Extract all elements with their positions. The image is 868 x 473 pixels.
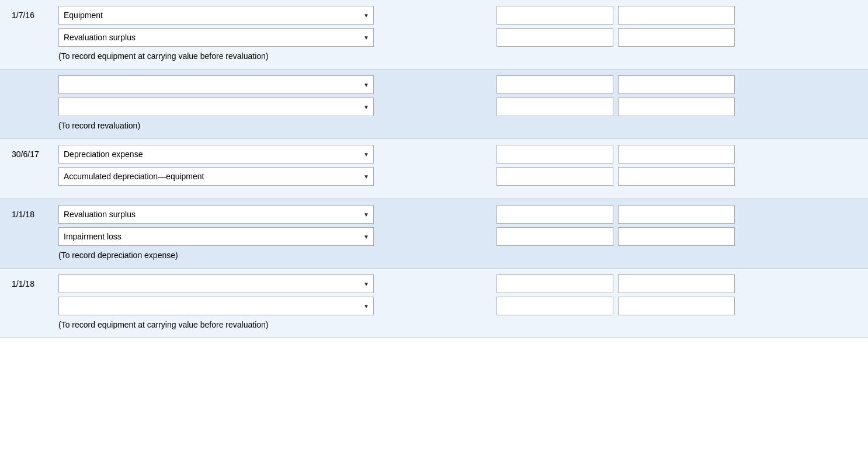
amount-inputs-1-1 — [497, 6, 735, 25]
entry-row-3-2: Accumulated depreciation—equipment Equip… — [58, 167, 856, 186]
debit-input-3-1[interactable] — [497, 145, 613, 164]
credit-input-5-2[interactable] — [618, 297, 735, 315]
amount-inputs-5-1 — [497, 274, 735, 293]
debit-input-3-2[interactable] — [497, 167, 613, 186]
entry-row-2-2: Equipment Revaluation surplus Depreciati… — [58, 98, 856, 116]
amount-inputs-3-2 — [497, 167, 735, 186]
amount-inputs-2-1 — [497, 75, 735, 94]
entry-row-1-2: Revaluation surplus Equipment Depreciati… — [58, 28, 856, 47]
date-2 — [12, 75, 58, 80]
note-1: (To record equipment at carrying value b… — [58, 50, 856, 63]
debit-input-5-2[interactable] — [497, 297, 613, 315]
entry-row-3-1: Depreciation expense Equipment Revaluati… — [58, 145, 856, 164]
journal-section-2: Equipment Revaluation surplus Depreciati… — [0, 69, 868, 139]
account-select-3-2[interactable]: Accumulated depreciation—equipment Equip… — [58, 167, 374, 186]
credit-input-2-2[interactable] — [618, 98, 735, 116]
journal-section-1: 1/7/16 Equipment Revaluation surplus Dep… — [0, 0, 868, 69]
account-select-2-2[interactable]: Equipment Revaluation surplus Depreciati… — [58, 98, 374, 116]
credit-input-2-1[interactable] — [618, 75, 735, 94]
debit-input-5-1[interactable] — [497, 274, 613, 293]
entry-row-4-2: Impairment loss Equipment Revaluation su… — [58, 227, 856, 246]
debit-input-1-1[interactable] — [497, 6, 613, 25]
amount-inputs-4-1 — [497, 205, 735, 224]
note-4: (To record depreciation expense) — [58, 249, 856, 262]
credit-input-5-1[interactable] — [618, 274, 735, 293]
entries-col-5: Equipment Revaluation surplus Depreciati… — [58, 274, 856, 332]
debit-input-4-1[interactable] — [497, 205, 613, 224]
account-select-wrapper-5-2: Equipment Revaluation surplus Depreciati… — [58, 297, 374, 315]
entries-col-3: Depreciation expense Equipment Revaluati… — [58, 145, 856, 193]
entry-row-1-1: Equipment Revaluation surplus Depreciati… — [58, 6, 856, 25]
debit-input-2-1[interactable] — [497, 75, 613, 94]
account-select-wrapper-3-2: Accumulated depreciation—equipment Equip… — [58, 167, 374, 186]
journal-section-5: 1/1/18 Equipment Revaluation surplus Dep… — [0, 269, 868, 338]
account-select-wrapper-4-1: Revaluation surplus Equipment Depreciati… — [58, 205, 374, 224]
date-1: 1/7/16 — [12, 6, 58, 20]
debit-input-1-2[interactable] — [497, 28, 613, 47]
journal-section-3: 30/6/17 Depreciation expense Equipment R… — [0, 139, 868, 199]
entry-row-5-1: Equipment Revaluation surplus Depreciati… — [58, 274, 856, 293]
account-select-3-1[interactable]: Depreciation expense Equipment Revaluati… — [58, 145, 374, 164]
amount-inputs-2-2 — [497, 98, 735, 116]
debit-input-2-2[interactable] — [497, 98, 613, 116]
amount-inputs-1-2 — [497, 28, 735, 47]
account-select-wrapper-2-1: Equipment Revaluation surplus Depreciati… — [58, 75, 374, 94]
amount-inputs-5-2 — [497, 297, 735, 315]
credit-input-1-2[interactable] — [618, 28, 735, 47]
amount-inputs-3-1 — [497, 145, 735, 164]
journal-section-4: 1/1/18 Revaluation surplus Equipment Dep… — [0, 199, 868, 269]
entries-col-4: Revaluation surplus Equipment Depreciati… — [58, 205, 856, 262]
debit-input-4-2[interactable] — [497, 227, 613, 246]
note-3 — [58, 189, 856, 193]
credit-input-3-1[interactable] — [618, 145, 735, 164]
account-select-wrapper-3-1: Depreciation expense Equipment Revaluati… — [58, 145, 374, 164]
credit-input-4-2[interactable] — [618, 227, 735, 246]
date-5: 1/1/18 — [12, 274, 58, 288]
entries-col-2: Equipment Revaluation surplus Depreciati… — [58, 75, 856, 133]
entry-row-5-2: Equipment Revaluation surplus Depreciati… — [58, 297, 856, 315]
journal-container: 1/7/16 Equipment Revaluation surplus Dep… — [0, 0, 868, 338]
note-5: (To record equipment at carrying value b… — [58, 319, 856, 332]
credit-input-4-1[interactable] — [618, 205, 735, 224]
account-select-wrapper-1-2: Revaluation surplus Equipment Depreciati… — [58, 28, 374, 47]
date-4: 1/1/18 — [12, 205, 58, 219]
account-select-5-1[interactable]: Equipment Revaluation surplus Depreciati… — [58, 274, 374, 293]
entry-row-4-1: Revaluation surplus Equipment Depreciati… — [58, 205, 856, 224]
account-select-2-1[interactable]: Equipment Revaluation surplus Depreciati… — [58, 75, 374, 94]
account-select-wrapper-1-1: Equipment Revaluation surplus Depreciati… — [58, 6, 374, 25]
account-select-1-2[interactable]: Revaluation surplus Equipment Depreciati… — [58, 28, 374, 47]
account-select-1-1[interactable]: Equipment Revaluation surplus Depreciati… — [58, 6, 374, 25]
account-select-4-1[interactable]: Revaluation surplus Equipment Depreciati… — [58, 205, 374, 224]
credit-input-1-1[interactable] — [618, 6, 735, 25]
account-select-4-2[interactable]: Impairment loss Equipment Revaluation su… — [58, 227, 374, 246]
account-select-wrapper-2-2: Equipment Revaluation surplus Depreciati… — [58, 98, 374, 116]
account-select-wrapper-4-2: Impairment loss Equipment Revaluation su… — [58, 227, 374, 246]
date-3: 30/6/17 — [12, 145, 58, 159]
account-select-5-2[interactable]: Equipment Revaluation surplus Depreciati… — [58, 297, 374, 315]
account-select-wrapper-5-1: Equipment Revaluation surplus Depreciati… — [58, 274, 374, 293]
entries-col-1: Equipment Revaluation surplus Depreciati… — [58, 6, 856, 63]
note-2: (To record revaluation) — [58, 120, 856, 133]
entry-row-2-1: Equipment Revaluation surplus Depreciati… — [58, 75, 856, 94]
amount-inputs-4-2 — [497, 227, 735, 246]
credit-input-3-2[interactable] — [618, 167, 735, 186]
